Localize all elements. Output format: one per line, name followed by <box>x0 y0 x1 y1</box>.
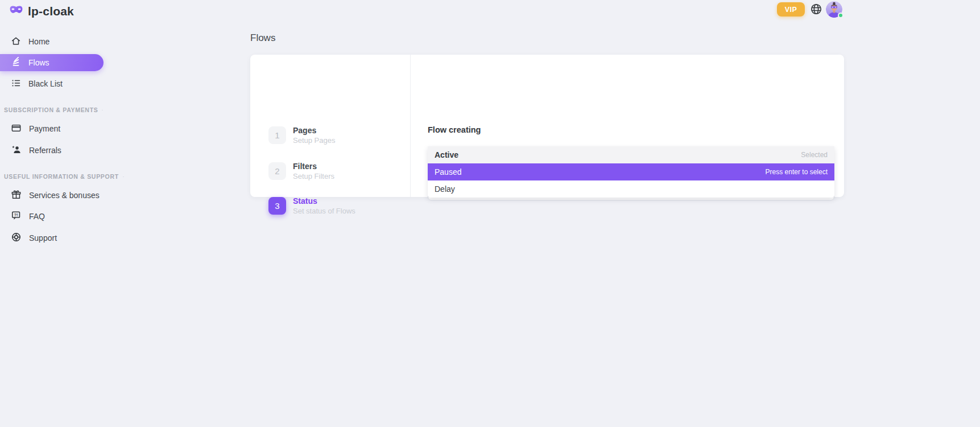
language-globe-icon[interactable] <box>810 3 822 15</box>
flow-creating-card: 1 Pages Setup Pages 2 Filters Setup Filt… <box>250 55 844 197</box>
flow-status-dropdown: Active Selected Paused Press enter to se… <box>428 146 834 198</box>
sidebar-item-label: Home <box>28 37 49 46</box>
panel-divider <box>410 55 411 197</box>
option-paused[interactable]: Paused Press enter to select <box>428 163 834 180</box>
svg-text:?!: ?! <box>14 212 18 217</box>
sidebar-item-label: Flows <box>28 58 49 67</box>
app-logo[interactable]: lp-cloak <box>9 4 74 18</box>
step-status[interactable]: 3 Status Set status of Flows <box>268 196 355 215</box>
mask-logo-icon <box>9 4 24 18</box>
sidebar-item-flows[interactable]: Flows <box>0 54 104 71</box>
black-list-icon <box>11 78 21 90</box>
sidebar-section-support: USEFUL INFORMATION & SUPPORT <box>0 173 104 180</box>
sidebar-item-black-list[interactable]: Black List <box>0 76 104 91</box>
step-pages[interactable]: 1 Pages Setup Pages <box>268 126 335 145</box>
form-title: Flow creating <box>428 125 481 134</box>
online-status-dot <box>838 13 843 18</box>
sidebar-item-label: Referrals <box>29 146 61 155</box>
option-active[interactable]: Active Selected <box>428 146 834 163</box>
sidebar-section-subscription: SUBSCRIPTION & PAYMENTS <box>0 106 104 114</box>
page-title: Flows <box>250 32 275 44</box>
sidebar-item-home[interactable]: Home <box>0 34 104 49</box>
option-delay[interactable]: Delay <box>428 180 834 198</box>
step-title: Status <box>293 196 355 206</box>
step-subtitle: Setup Filters <box>293 172 334 180</box>
payment-icon <box>11 123 22 135</box>
sidebar-item-label: FAQ <box>29 212 45 221</box>
step-subtitle: Set status of Flows <box>293 207 355 215</box>
sidebar-item-label: Services & bonuses <box>29 191 100 200</box>
sidebar-item-payment[interactable]: Payment <box>0 121 104 136</box>
faq-icon: ?! <box>11 210 22 223</box>
vip-button[interactable]: VIP <box>777 2 805 17</box>
sidebar-item-services[interactable]: Services & bonuses <box>0 188 104 203</box>
step-subtitle: Setup Pages <box>293 136 335 145</box>
option-hint: Selected <box>801 151 828 159</box>
sidebar-item-referrals[interactable]: Referrals <box>0 143 104 158</box>
sidebar-item-label: Support <box>29 233 57 243</box>
step-number: 2 <box>268 162 286 180</box>
gift-icon <box>11 189 22 202</box>
step-filters[interactable]: 2 Filters Setup Filters <box>268 162 334 180</box>
step-number: 3 <box>268 197 286 215</box>
sidebar-item-faq[interactable]: ?! FAQ <box>0 209 104 224</box>
home-icon <box>11 36 21 48</box>
step-title: Filters <box>293 162 334 171</box>
flows-icon <box>11 57 21 69</box>
step-title: Pages <box>293 126 335 135</box>
sidebar-item-label: Payment <box>29 124 60 133</box>
user-avatar[interactable] <box>826 1 842 18</box>
app-name: lp-cloak <box>28 5 74 18</box>
option-hint: Press enter to select <box>766 168 828 176</box>
step-number: 1 <box>268 126 286 144</box>
sidebar: lp-cloak Home Flows <box>0 0 104 427</box>
referrals-icon <box>11 145 22 157</box>
sidebar-item-support[interactable]: Support <box>0 231 104 245</box>
lifebuoy-icon <box>11 232 22 244</box>
sidebar-item-label: Black List <box>28 79 63 88</box>
